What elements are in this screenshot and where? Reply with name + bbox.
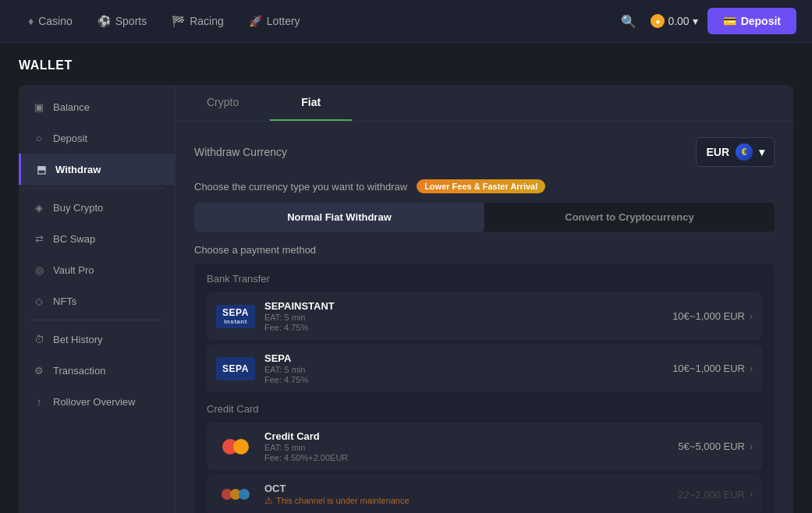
sidebar-item-vault-pro[interactable]: ◎ Vault Pro <box>19 254 175 285</box>
sepainstant-left: SEPA Instant SEPAINSTANT EAT: 5 min Fee:… <box>216 300 335 332</box>
sepainstant-name: SEPAINSTANT <box>264 300 335 312</box>
balance-display[interactable]: ● 0.00 ▾ <box>651 14 697 28</box>
nav-sports[interactable]: ⚽ Sports <box>85 9 159 34</box>
sidebar-divider-1 <box>30 188 164 189</box>
sidebar-item-buy-crypto[interactable]: ◈ Buy Crypto <box>19 192 175 223</box>
balance-icon: ▣ <box>33 101 45 113</box>
sidebar-item-deposit[interactable]: ○ Deposit <box>19 122 175 154</box>
nav-casino-label: Casino <box>38 15 73 27</box>
sidebar-vault-pro-label: Vault Pro <box>53 264 94 276</box>
payment-item-sepainstant[interactable]: SEPA Instant SEPAINSTANT EAT: 5 min Fee:… <box>207 292 762 340</box>
sidebar-item-bet-history[interactable]: ⏱ Bet History <box>19 324 175 355</box>
payment-method-label: Choose a payment method <box>194 244 775 256</box>
transaction-icon: ⚙ <box>33 364 45 377</box>
maintenance-badge: ⚠ This channel is under maintenance <box>264 495 410 506</box>
top-navigation: ♦ Casino ⚽ Sports 🏁 Racing 🚀 Lottery 🔍 ●… <box>0 0 812 43</box>
sepa-range: 10€~1,000 EUR › <box>672 363 753 374</box>
tabs-bar: Crypto Fiat <box>176 85 793 122</box>
tab-fiat[interactable]: Fiat <box>270 85 352 121</box>
payment-item-credit-card[interactable]: Credit Card EAT: 5 min Fee: 4.50%+2.00EU… <box>207 423 762 470</box>
oct-name: OCT <box>264 483 410 494</box>
main-panel: Crypto Fiat Withdraw Currency EUR € ▾ <box>175 85 793 513</box>
credit-card-info: Credit Card EAT: 5 min Fee: 4.50%+2.00EU… <box>264 430 348 462</box>
sidebar-item-nfts[interactable]: ◇ NFTs <box>19 285 175 317</box>
sidebar-item-rollover[interactable]: ↑ Rollover Overview <box>19 386 175 417</box>
sidebar-item-bc-swap[interactable]: ⇄ BC Swap <box>19 223 175 254</box>
credit-card-name: Credit Card <box>264 430 348 442</box>
search-button[interactable]: 🔍 <box>616 9 641 34</box>
credit-card-range: 5€~5,000 EUR › <box>678 440 753 452</box>
sidebar: ▣ Balance ○ Deposit ⬒ Withdraw ◈ Buy Cry… <box>19 85 175 513</box>
sidebar-withdraw-label: Withdraw <box>55 164 101 175</box>
currency-row: Withdraw Currency EUR € ▾ <box>194 137 775 167</box>
nav-lottery[interactable]: 🚀 Lottery <box>236 9 313 34</box>
nfts-icon: ◇ <box>33 295 45 307</box>
credit-card-title: Credit Card <box>207 403 762 415</box>
credit-card-logo <box>216 435 255 458</box>
bc-swap-icon: ⇄ <box>33 232 45 245</box>
balance-chevron: ▾ <box>693 15 698 27</box>
credit-card-chevron-icon: › <box>750 441 753 452</box>
maintenance-text: This channel is under maintenance <box>276 496 410 505</box>
rollover-icon: ↑ <box>33 395 45 408</box>
choose-type-row: Choose the currency type you want to wit… <box>194 179 775 193</box>
sepainstant-logo: SEPA Instant <box>216 305 255 328</box>
buy-crypto-icon: ◈ <box>33 201 45 214</box>
sepa-chevron-right-icon: › <box>750 363 753 374</box>
payment-item-oct[interactable]: OCT ⚠ This channel is under maintenance … <box>207 475 762 513</box>
currency-selector[interactable]: EUR € ▾ <box>696 137 775 167</box>
sepainstant-range: 10€~1,000 EUR › <box>672 310 753 322</box>
choose-text: Choose the currency type you want to wit… <box>194 181 407 193</box>
toggle-normal-fiat[interactable]: Normal Fiat Withdraw <box>194 203 484 232</box>
sidebar-rollover-label: Rollover Overview <box>53 396 135 408</box>
sidebar-item-balance[interactable]: ▣ Balance <box>19 91 175 122</box>
oct-chevron-icon: › <box>750 489 753 500</box>
nav-lottery-label: Lottery <box>267 15 300 27</box>
nav-casino[interactable]: ♦ Casino <box>16 9 85 34</box>
sidebar-item-withdraw[interactable]: ⬒ Withdraw <box>19 154 175 185</box>
tab-crypto[interactable]: Crypto <box>176 85 270 121</box>
sepa-name: SEPA <box>264 352 308 364</box>
sepa-logo: SEPA <box>216 357 255 380</box>
mastercard-orange-circle <box>233 439 249 455</box>
chevron-right-icon: › <box>750 311 753 322</box>
sepa-fee: Fee: 4.75% <box>264 375 308 384</box>
oct-range: 22~2,000 EUR › <box>678 489 753 501</box>
sidebar-balance-label: Balance <box>53 101 90 113</box>
vault-pro-icon: ◎ <box>33 264 45 276</box>
deposit-button[interactable]: 💳 Deposit <box>707 8 796 34</box>
withdraw-icon: ⬒ <box>35 163 48 175</box>
page-content: WALLET ▣ Balance ○ Deposit ⬒ Withdraw ◈ … <box>0 43 812 513</box>
panel-body: Withdraw Currency EUR € ▾ Choose the cur… <box>176 122 793 513</box>
sidebar-bet-history-label: Bet History <box>53 334 103 345</box>
nav-racing-label: Racing <box>190 15 224 27</box>
bank-transfer-title: Bank Transfer <box>207 273 762 285</box>
currency-value: EUR <box>706 146 729 158</box>
sepa-eat: EAT: 5 min <box>264 365 308 374</box>
payment-item-sepa[interactable]: SEPA SEPA EAT: 5 min Fee: 4.75% 10€~1,00… <box>207 345 762 392</box>
deposit-icon: ○ <box>33 132 45 144</box>
sidebar-nfts-label: NFTs <box>53 295 76 307</box>
credit-card-eat: EAT: 5 min <box>264 443 348 452</box>
nav-items: ♦ Casino ⚽ Sports 🏁 Racing 🚀 Lottery <box>16 9 616 34</box>
sidebar-divider-2 <box>30 320 164 320</box>
credit-card-group: Credit Card Credit Card EAT: 5 mi <box>207 403 762 513</box>
racing-icon: 🏁 <box>172 15 185 27</box>
sidebar-item-transaction[interactable]: ⚙ Transaction <box>19 355 175 386</box>
credit-card-left: Credit Card EAT: 5 min Fee: 4.50%+2.00EU… <box>216 430 348 462</box>
nav-right: 🔍 ● 0.00 ▾ 💳 Deposit <box>616 8 796 34</box>
oct-logo <box>216 483 255 506</box>
nav-racing[interactable]: 🏁 Racing <box>159 9 236 34</box>
oct-info: OCT ⚠ This channel is under maintenance <box>264 483 410 506</box>
main-layout: ▣ Balance ○ Deposit ⬒ Withdraw ◈ Buy Cry… <box>19 85 793 513</box>
maintenance-icon: ⚠ <box>264 495 273 506</box>
sepainstant-eat: EAT: 5 min <box>264 313 335 322</box>
sports-icon: ⚽ <box>98 15 111 27</box>
deposit-label: Deposit <box>741 15 781 27</box>
oct-circle-3 <box>239 489 250 500</box>
sidebar-buy-crypto-label: Buy Crypto <box>53 202 103 214</box>
page-title: WALLET <box>19 58 793 73</box>
toggle-convert-crypto[interactable]: Convert to Cryptocurrency <box>484 203 775 232</box>
sidebar-transaction-label: Transaction <box>53 365 105 377</box>
sepa-info: SEPA EAT: 5 min Fee: 4.75% <box>264 352 308 384</box>
